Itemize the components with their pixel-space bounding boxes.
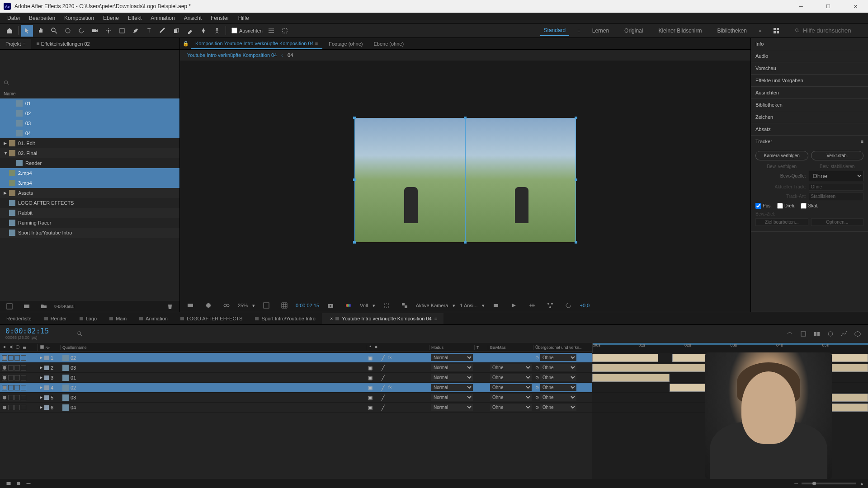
zoom-in-icon[interactable]: ▲: [859, 481, 864, 486]
menu-animation[interactable]: Animation: [146, 13, 179, 23]
workspace-kleiner[interactable]: Kleiner Bildschirm: [655, 26, 705, 36]
delete-icon[interactable]: [164, 300, 176, 312]
tl-tab-animation[interactable]: Animation: [133, 313, 174, 324]
tl-frame-blend-icon[interactable]: [812, 329, 822, 339]
new-comp-icon[interactable]: [21, 300, 33, 312]
glasses-icon[interactable]: [221, 300, 232, 311]
tl-graph-icon[interactable]: [839, 329, 849, 339]
eraser-tool[interactable]: [184, 25, 196, 37]
channel-icon[interactable]: [343, 300, 354, 311]
grid-icon[interactable]: [278, 300, 290, 311]
panel-ausrichten[interactable]: Ausrichten: [751, 87, 868, 99]
tl-tab-renderliste[interactable]: Renderliste: [0, 313, 38, 324]
panel-audio[interactable]: Audio: [751, 50, 868, 62]
zoom-level[interactable]: 25%: [238, 303, 248, 308]
check-pos[interactable]: Pos.: [755, 203, 772, 209]
flowchart-icon[interactable]: [544, 300, 556, 311]
roto-tool[interactable]: [198, 25, 209, 37]
workspace-standard[interactable]: Standard: [540, 25, 570, 36]
help-search-input[interactable]: [803, 27, 862, 34]
menu-fenster[interactable]: Fenster: [206, 13, 234, 23]
roi-icon[interactable]: [381, 300, 392, 311]
panel-zeichen[interactable]: Zeichen: [751, 111, 868, 123]
exposure-value[interactable]: +0,0: [580, 303, 590, 308]
mask-icon[interactable]: [203, 300, 214, 311]
fast-preview-icon[interactable]: [508, 300, 520, 311]
tl-tab-sport-intro[interactable]: Sport Intro/Youtube Intro: [249, 313, 321, 324]
check-skal[interactable]: Skal.: [801, 203, 818, 209]
toggle-in-out-icon[interactable]: [24, 479, 33, 488]
zoom-out-icon[interactable]: ─: [794, 481, 798, 486]
tl-tab-render[interactable]: Render: [38, 313, 73, 324]
workspace-lernen[interactable]: Lernen: [589, 26, 613, 36]
tl-tab-logo[interactable]: Logo: [73, 313, 103, 324]
layer-row-3[interactable]: ▶3 01 ▣╱ Normal Ohne ⊙ Ohne: [0, 373, 592, 383]
layer-row-6[interactable]: ▶6 04 ▣╱ Normal Ohne ⊙ Ohne: [0, 403, 592, 413]
bew-quelle-select[interactable]: Ohne: [809, 171, 864, 181]
panel-bibliotheken[interactable]: Bibliotheken: [751, 99, 868, 111]
workspace-bibliotheken[interactable]: Bibliotheken: [713, 26, 750, 36]
quellenname-column[interactable]: Quellenname: [61, 345, 366, 350]
zoom-tool[interactable]: [48, 25, 60, 37]
tab-effekteinstellungen[interactable]: Effekteinstellungen 02: [31, 39, 95, 49]
viewer-timecode[interactable]: 0:00:02:15: [296, 303, 319, 308]
breadcrumb-sub[interactable]: 04: [288, 52, 293, 58]
text-tool[interactable]: T: [143, 25, 155, 37]
resolution-icon[interactable]: [260, 300, 272, 311]
tl-tab-main[interactable]: Main: [103, 313, 133, 324]
help-search[interactable]: [791, 26, 865, 35]
comp-tab-lock-icon[interactable]: 🔒: [183, 41, 189, 47]
tree-item-rabbit[interactable]: Rabbit: [0, 208, 179, 218]
tree-item-04[interactable]: 04: [0, 128, 179, 138]
layer-row-5[interactable]: ▶5 03 ▣╱ Normal Ohne ⊙ Ohne: [0, 393, 592, 403]
views-select[interactable]: 1 Ansi...: [460, 303, 477, 308]
alpha-icon[interactable]: [184, 300, 196, 311]
new-folder-icon[interactable]: [38, 300, 50, 312]
rect-tool[interactable]: [116, 25, 128, 37]
snapshot-icon[interactable]: [325, 300, 336, 311]
tl-shy-icon[interactable]: [785, 329, 795, 339]
menu-bearbeiten[interactable]: Bearbeiten: [24, 13, 60, 23]
tree-item-render[interactable]: Render: [0, 158, 179, 168]
tab-ebene[interactable]: Ebene (ohne): [369, 39, 408, 49]
project-name-header[interactable]: Name: [0, 89, 179, 99]
transparency-icon[interactable]: [399, 300, 410, 311]
tree-item-2-mp4[interactable]: 2.mp4: [0, 168, 179, 178]
parent-column[interactable]: Übergeordnet und verkn...: [533, 345, 592, 350]
timeline-ruler[interactable]: :00s01s02s03s04s05s06s: [592, 343, 868, 353]
toggle-switches-icon[interactable]: [4, 479, 14, 488]
brush-tool[interactable]: [157, 25, 169, 37]
tree-item-running-racer[interactable]: Running Racer: [0, 218, 179, 228]
close-button[interactable]: ✕: [846, 2, 864, 11]
project-search[interactable]: [0, 77, 179, 89]
home-tool[interactable]: [4, 25, 15, 37]
workspace-more-icon[interactable]: »: [759, 28, 761, 33]
tab-footage[interactable]: Footage (ohne): [324, 39, 367, 49]
snap-bounds-icon[interactable]: [279, 25, 291, 37]
layer-row-1[interactable]: ▶1 02 ▣╱fx Normal ⊙ Ohne: [0, 353, 592, 363]
panel-tracker[interactable]: Tracker≡: [751, 136, 868, 147]
tab-projekt[interactable]: Projekt ≡: [0, 39, 31, 49]
hand-tool[interactable]: [35, 25, 47, 37]
bewmas-column[interactable]: BewMas: [488, 345, 533, 350]
interpret-footage-icon[interactable]: [4, 300, 15, 312]
panel-info[interactable]: Info: [751, 38, 868, 50]
reset-exposure-icon[interactable]: [562, 300, 574, 311]
menu-ebene[interactable]: Ebene: [99, 13, 123, 23]
tracker-camera-button[interactable]: Kamera verfolgen: [755, 151, 808, 160]
selection-tool[interactable]: [21, 25, 33, 37]
panel-vorschau[interactable]: Vorschau: [751, 62, 868, 74]
maximize-button[interactable]: ☐: [819, 2, 837, 11]
menu-komposition[interactable]: Komposition: [60, 13, 99, 23]
layer-row-2[interactable]: ▶2 03 ▣╱ Normal Ohne ⊙ Ohne: [0, 363, 592, 373]
tree-item-03[interactable]: 03: [0, 118, 179, 128]
timeline-icon[interactable]: [526, 300, 538, 311]
menu-ansicht[interactable]: Ansicht: [179, 13, 206, 23]
clone-tool[interactable]: [170, 25, 182, 37]
tree-item-assets[interactable]: ▶Assets: [0, 188, 179, 198]
snap-options-icon[interactable]: [265, 25, 277, 37]
check-dreh[interactable]: Dreh.: [777, 203, 795, 209]
layer-row-4[interactable]: ▶4 02 ▣╱fx Normal Ohne ⊙ Ohne: [0, 383, 592, 393]
menu-datei[interactable]: Datei: [3, 13, 24, 23]
panel-effekte[interactable]: Effekte und Vorgaben: [751, 75, 868, 86]
